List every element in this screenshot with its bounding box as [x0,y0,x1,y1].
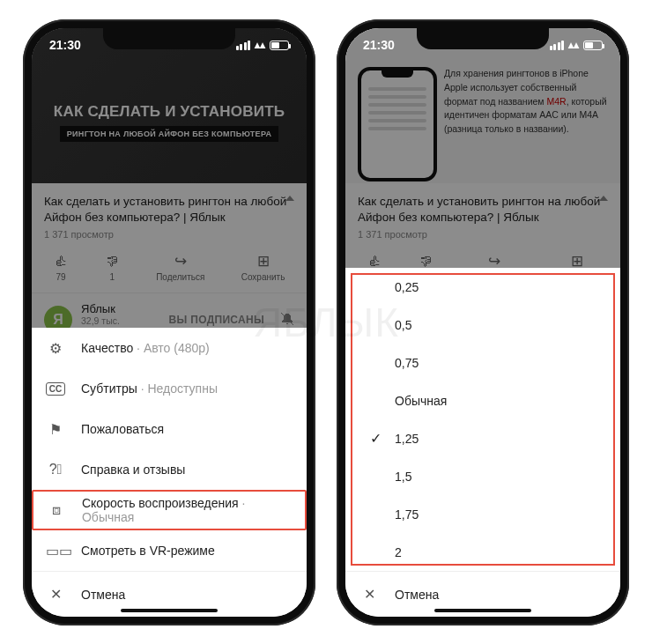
cellular-icon [550,41,565,50]
speed-option[interactable]: 0,25 [345,268,620,306]
menu-report[interactable]: ⚑ Пожаловаться [32,409,307,449]
status-time: 21:30 [49,38,81,52]
status-time: 21:30 [363,38,395,52]
dim-overlay[interactable] [345,28,620,293]
options-sheet: ⚙︎ КачествоАвто (480p) CC СубтитрыНедост… [32,328,307,617]
menu-captions[interactable]: CC СубтитрыНедоступны [32,368,307,409]
speed-label: 0,75 [391,356,419,370]
help-icon: ?⃝ [46,462,65,477]
close-icon: ✕ [46,586,65,603]
dim-overlay[interactable] [32,28,307,374]
status-icons: ▴▴ [550,39,604,51]
notch [103,28,235,49]
cellular-icon [236,41,251,50]
cc-icon: CC [46,382,65,396]
speed-label: 1,5 [391,470,411,484]
menu-playback-speed[interactable]: ⧈ Скорость воспроизведенияОбычная [32,490,307,530]
speed-option[interactable]: 0,5 [345,306,620,344]
speed-label: 0,25 [391,280,419,294]
close-icon: ✕ [359,586,379,603]
checkmark-icon: ✓ [359,430,391,447]
wifi-icon: ▴▴ [568,39,579,51]
speed-option[interactable]: 1,75 [345,495,620,533]
home-indicator [121,609,218,612]
menu-vr[interactable]: ▭▭ Смотреть в VR-режиме [32,530,307,571]
speed-option[interactable]: 2 [345,533,620,571]
vr-icon: ▭▭ [46,543,65,559]
speed-sheet: 0,250,50,75Обычная✓1,251,51,752 ✕ Отмена [345,268,620,617]
speed-option[interactable]: Обычная [345,381,620,419]
speed-icon: ⧈ [48,502,66,518]
phone-right: 21:30 ▴▴ Для хранения рингтонов в iPhone… [337,19,629,625]
status-icons: ▴▴ [236,39,290,51]
speed-label: Обычная [391,394,447,408]
flag-icon: ⚑ [46,421,65,438]
speed-label: 1,25 [391,432,419,446]
phone-left: 21:30 ▴▴ КАК СДЕЛАТЬ И УСТАНОВИТЬ РИНГТО… [23,19,315,625]
speed-option[interactable]: ✓1,25 [345,419,620,457]
menu-help[interactable]: ?⃝ Справка и отзывы [32,449,307,490]
speed-option[interactable]: 1,5 [345,457,620,495]
gear-icon: ⚙︎ [46,340,65,357]
speed-label: 1,75 [391,507,419,522]
menu-quality[interactable]: ⚙︎ КачествоАвто (480p) [32,328,307,368]
notch [417,28,549,49]
battery-icon [583,41,603,50]
wifi-icon: ▴▴ [255,39,265,51]
speed-option[interactable]: 0,75 [345,344,620,381]
battery-icon [270,41,289,50]
speed-label: 0,5 [391,318,411,332]
speed-label: 2 [391,545,402,559]
home-indicator [434,609,531,612]
